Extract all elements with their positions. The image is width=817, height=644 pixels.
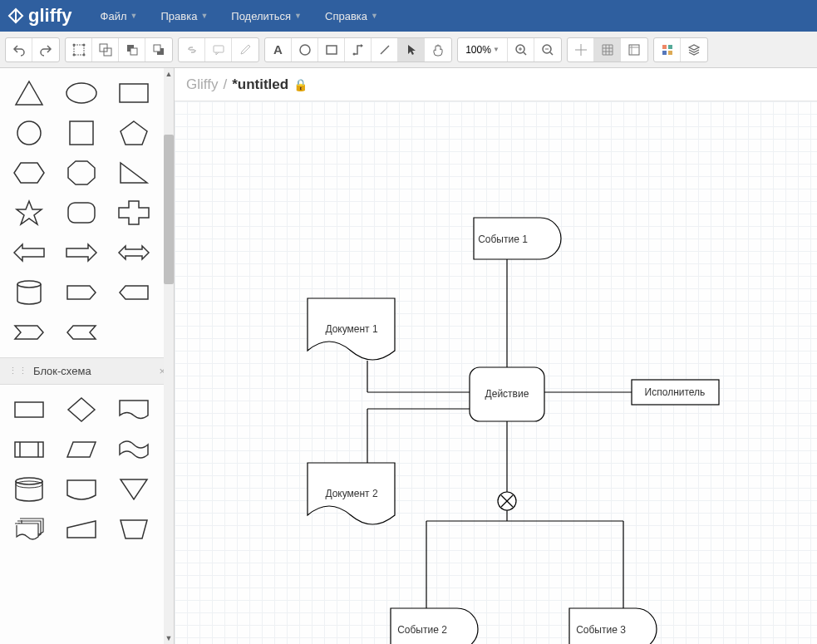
group-button[interactable] xyxy=(92,38,119,61)
flowchart-process[interactable] xyxy=(8,393,50,426)
shape-plus[interactable] xyxy=(113,196,155,229)
svg-point-37 xyxy=(17,281,41,288)
shape-star[interactable] xyxy=(8,196,50,229)
zoom-in-button[interactable] xyxy=(508,38,534,61)
menu-help[interactable]: Справка▼ xyxy=(313,0,390,32)
brush-button[interactable] xyxy=(232,38,258,61)
flowchart-data[interactable] xyxy=(61,433,102,466)
svg-line-15 xyxy=(381,46,389,54)
svg-point-34 xyxy=(17,121,41,145)
flowchart-display[interactable] xyxy=(61,473,102,506)
section-flowchart[interactable]: ⋮⋮ Блок-схема × xyxy=(0,357,174,385)
pointer-tool-button[interactable] xyxy=(398,38,425,61)
breadcrumb-root[interactable]: Gliffy xyxy=(186,76,218,93)
node-event1[interactable]: Событие 1 xyxy=(478,234,528,245)
svg-rect-11 xyxy=(214,46,224,52)
breadcrumb: Gliffy / *untitled 🔒 xyxy=(175,68,817,101)
guides-button[interactable] xyxy=(621,38,647,61)
shape-cylinder[interactable] xyxy=(8,276,50,309)
svg-point-12 xyxy=(300,45,310,55)
menu-edit[interactable]: Правка▼ xyxy=(149,0,219,32)
line-tool-button[interactable] xyxy=(372,38,398,61)
text-tool-button[interactable]: A xyxy=(265,38,292,61)
svg-rect-39 xyxy=(15,442,43,457)
main-menu: Файл▼ Правка▼ Поделиться▼ Справка▼ xyxy=(89,0,390,32)
scroll-thumb[interactable] xyxy=(164,135,174,284)
connector-tool-button[interactable] xyxy=(345,38,372,61)
shape-triangle[interactable] xyxy=(8,76,50,110)
menu-file[interactable]: Файл▼ xyxy=(89,0,150,32)
topbar: gliffy Файл▼ Правка▼ Поделиться▼ Справка… xyxy=(0,0,817,32)
svg-rect-13 xyxy=(327,46,337,54)
svg-point-4 xyxy=(82,53,85,56)
link-button[interactable] xyxy=(179,38,205,61)
shape-square[interactable] xyxy=(61,116,102,150)
scroll-down-icon[interactable]: ▼ xyxy=(164,632,174,644)
flowchart-database[interactable] xyxy=(8,473,50,506)
zoom-out-button[interactable] xyxy=(534,38,561,61)
rect-tool-button[interactable] xyxy=(318,38,345,61)
flowchart-predefined[interactable] xyxy=(8,433,50,466)
shape-banner-right[interactable] xyxy=(8,316,50,349)
scroll-up-icon[interactable]: ▲ xyxy=(164,68,174,80)
node-action[interactable]: Действие xyxy=(485,388,529,400)
menu-share[interactable]: Поделиться▼ xyxy=(219,0,313,32)
shape-octagon[interactable] xyxy=(61,156,102,189)
app-logo[interactable]: gliffy xyxy=(7,5,72,27)
lock-icon: 🔒 xyxy=(293,78,308,91)
shape-arrow-both[interactable] xyxy=(113,236,155,269)
svg-rect-33 xyxy=(120,84,148,102)
shape-pentagon[interactable] xyxy=(113,116,155,150)
shape-rounded-rect[interactable] xyxy=(61,196,102,229)
flowchart-document[interactable] xyxy=(113,393,155,426)
svg-rect-25 xyxy=(629,45,639,55)
node-performer[interactable]: Исполнитель xyxy=(645,386,706,398)
flowchart-extract[interactable] xyxy=(113,473,155,506)
svg-rect-28 xyxy=(662,45,667,49)
node-event3[interactable]: Событие 3 xyxy=(576,624,626,636)
shape-ellipse[interactable] xyxy=(61,76,102,110)
snap-button[interactable] xyxy=(568,38,594,61)
redo-button[interactable] xyxy=(32,38,59,61)
zoom-level[interactable]: 100%▼ xyxy=(458,38,508,61)
svg-point-14 xyxy=(352,52,355,55)
node-doc1[interactable]: Документ 1 xyxy=(325,323,378,335)
svg-point-32 xyxy=(66,83,96,103)
pan-tool-button[interactable] xyxy=(425,38,451,61)
select-button[interactable] xyxy=(66,38,92,61)
ellipse-tool-button[interactable] xyxy=(292,38,318,61)
svg-rect-10 xyxy=(154,45,160,52)
document-title[interactable]: *untitled xyxy=(232,76,288,93)
back-button[interactable] xyxy=(145,38,172,61)
shape-rectangle[interactable] xyxy=(113,76,155,110)
diagram[interactable]: Событие 1 Документ 1 Действие Исполнител… xyxy=(175,101,817,644)
flowchart-manual-input[interactable] xyxy=(61,513,102,546)
shape-hexagon[interactable] xyxy=(8,156,50,189)
shape-circle[interactable] xyxy=(8,116,50,150)
front-button[interactable] xyxy=(119,38,145,61)
section-label: Блок-схема xyxy=(33,365,91,377)
flowchart-multidoc[interactable] xyxy=(8,513,50,546)
flowchart-tape[interactable] xyxy=(113,433,155,466)
shape-right-triangle[interactable] xyxy=(113,156,155,189)
canvas[interactable]: Событие 1 Документ 1 Действие Исполнител… xyxy=(175,101,817,644)
node-event2[interactable]: Событие 2 xyxy=(397,624,447,636)
node-doc2[interactable]: Документ 2 xyxy=(325,488,378,499)
grid-button[interactable] xyxy=(594,38,621,61)
shape-arrow-left[interactable] xyxy=(8,236,50,269)
shape-banner-left[interactable] xyxy=(61,316,102,349)
theme-button[interactable] xyxy=(654,38,681,61)
svg-rect-31 xyxy=(668,51,672,55)
flowchart-manual-op[interactable] xyxy=(113,513,155,546)
svg-rect-30 xyxy=(662,51,667,55)
shape-arrow-right[interactable] xyxy=(61,236,102,269)
sidebar-scrollbar[interactable]: ▲ ▼ xyxy=(164,68,174,644)
undo-button[interactable] xyxy=(6,38,32,61)
flowchart-decision[interactable] xyxy=(61,393,102,426)
drag-handle-icon: ⋮⋮ xyxy=(8,366,28,376)
svg-point-1 xyxy=(72,43,75,46)
layers-button[interactable] xyxy=(681,38,707,61)
shape-tag-right[interactable] xyxy=(61,276,102,309)
comment-button[interactable] xyxy=(205,38,232,61)
shape-tag-left[interactable] xyxy=(113,276,155,309)
